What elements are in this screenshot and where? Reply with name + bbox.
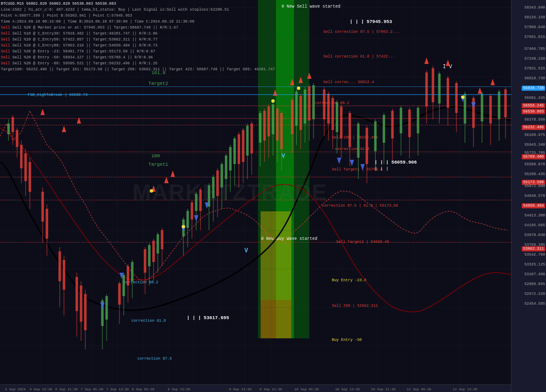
- svg-rect-154: [408, 110, 411, 137]
- time-sep9-2130: 9 Sep 21:30: [260, 387, 282, 391]
- svg-rect-66: [148, 245, 151, 266]
- price-57249: 57249.150: [524, 57, 545, 61]
- svg-rect-122: [299, 96, 302, 130]
- svg-rect-132: [327, 94, 330, 124]
- svg-rect-110: [267, 107, 270, 136]
- price-axis: 58343.940 58126.158 57908.648 57691.015 …: [511, 0, 546, 392]
- svg-rect-78: [191, 202, 193, 219]
- svg-marker-188: [194, 215, 198, 222]
- svg-rect-140: [349, 113, 351, 147]
- price-56160: 56160.975: [524, 133, 545, 137]
- svg-marker-195: [350, 160, 354, 166]
- svg-rect-108: [263, 111, 266, 141]
- time-sep10-1330: 10 Sep 13:30: [335, 387, 360, 391]
- svg-point-203: [271, 99, 275, 103]
- svg-rect-160: [432, 68, 434, 102]
- time-sep7-0530: 7 Sep 05:30: [81, 387, 103, 391]
- svg-marker-181: [77, 117, 81, 124]
- time-sep8-1330: 8 Sep 13:30: [168, 387, 190, 391]
- price-54848: 54848.570: [524, 194, 545, 198]
- price-53978: 53978.030: [524, 233, 545, 237]
- svg-rect-62: [131, 262, 134, 281]
- svg-marker-179: [41, 109, 45, 115]
- time-axis: 5 Sep 2024 6 Sep 13:30 6 Sep 21:30 7 Sep…: [0, 384, 511, 392]
- svg-marker-202: [491, 79, 495, 85]
- svg-rect-150: [391, 111, 394, 138]
- price-57031: 57031.515: [524, 66, 545, 71]
- price-52889: 52889.855: [524, 282, 545, 286]
- svg-rect-100: [242, 130, 244, 162]
- svg-rect-82: [199, 190, 202, 211]
- price-57466: 57466.785: [524, 47, 545, 51]
- price-53325: 53325.125: [524, 262, 545, 267]
- svg-rect-96: [233, 138, 236, 164]
- svg-rect-40: [46, 209, 48, 239]
- svg-rect-136: [336, 102, 338, 132]
- svg-rect-172: [481, 94, 483, 121]
- svg-rect-120: [295, 92, 298, 126]
- price-56538: 56538.883: [522, 109, 545, 114]
- svg-rect-118: [291, 100, 293, 134]
- svg-rect-92: [225, 156, 227, 179]
- price-56601: 56601.245: [524, 96, 545, 100]
- time-sep10-2130: 10 Sep 21:30: [371, 387, 396, 391]
- price-56818: 56818.730: [524, 76, 545, 81]
- price-53662: 53662.311: [522, 246, 545, 251]
- svg-point-204: [297, 86, 300, 90]
- price-53542: 53542.760: [524, 253, 545, 257]
- svg-rect-60: [127, 266, 129, 285]
- svg-point-206: [182, 225, 185, 228]
- svg-rect-104: [250, 124, 253, 153]
- svg-rect-46: [76, 277, 78, 311]
- svg-rect-158: [425, 72, 428, 107]
- svg-rect-142: [357, 124, 360, 158]
- svg-marker-200: [471, 102, 476, 109]
- svg-marker-191: [290, 79, 294, 85]
- svg-marker-192: [299, 77, 303, 83]
- svg-rect-32: [20, 145, 23, 168]
- price-53107: 53107.490: [524, 272, 545, 277]
- svg-rect-164: [447, 78, 449, 108]
- svg-rect-50: [84, 294, 87, 330]
- svg-rect-102: [246, 126, 249, 156]
- svg-rect-162: [438, 74, 441, 104]
- svg-rect-156: [417, 108, 419, 133]
- price-52454: 52454.585: [524, 302, 545, 306]
- svg-marker-194: [337, 158, 341, 164]
- svg-rect-166: [455, 83, 458, 113]
- svg-rect-38: [41, 192, 44, 222]
- svg-rect-128: [312, 85, 315, 119]
- svg-rect-56: [118, 283, 121, 305]
- time-sep7-1330: 7 Sep 13:30: [106, 387, 129, 391]
- time-sep6-2130: 6 Sep 21:30: [55, 387, 78, 391]
- price-56556: 56556.245: [522, 103, 545, 108]
- price-52672: 52672.220: [524, 292, 545, 296]
- svg-rect-134: [331, 98, 334, 130]
- svg-rect-112: [272, 104, 274, 134]
- svg-marker-180: [62, 126, 66, 132]
- svg-point-205: [150, 189, 153, 193]
- svg-marker-198: [446, 60, 450, 66]
- svg-rect-26: [7, 124, 10, 134]
- svg-marker-185: [164, 177, 168, 183]
- time-sep9-1330: 9 Sep 13:30: [229, 387, 252, 391]
- svg-rect-80: [195, 194, 197, 211]
- svg-marker-193: [307, 72, 311, 79]
- time-sep11-1330: 11 Sep 13:30: [453, 387, 477, 391]
- price-55709: 55709.400: [522, 154, 545, 159]
- time-sep8-0530: 8 Sep 05:30: [132, 387, 154, 391]
- chart-area[interactable]: MARKETZTRАDE 0 New Sell wave started | |…: [0, 0, 511, 384]
- svg-rect-148: [383, 115, 385, 143]
- chart-svg: .candle-bull { stroke: #4caf50; } .candl…: [0, 0, 511, 384]
- price-58126: 58126.158: [524, 15, 545, 20]
- price-54650: 54650.484: [522, 203, 545, 208]
- svg-rect-176: [498, 92, 500, 119]
- price-55943: 55943.340: [524, 143, 545, 147]
- price-56378: 56378.560: [524, 118, 545, 122]
- svg-marker-186: [171, 170, 175, 177]
- svg-rect-48: [80, 285, 82, 322]
- svg-marker-196: [360, 164, 365, 170]
- svg-rect-138: [340, 107, 343, 138]
- price-55290: 55290.435: [524, 172, 545, 176]
- svg-rect-130: [323, 89, 325, 119]
